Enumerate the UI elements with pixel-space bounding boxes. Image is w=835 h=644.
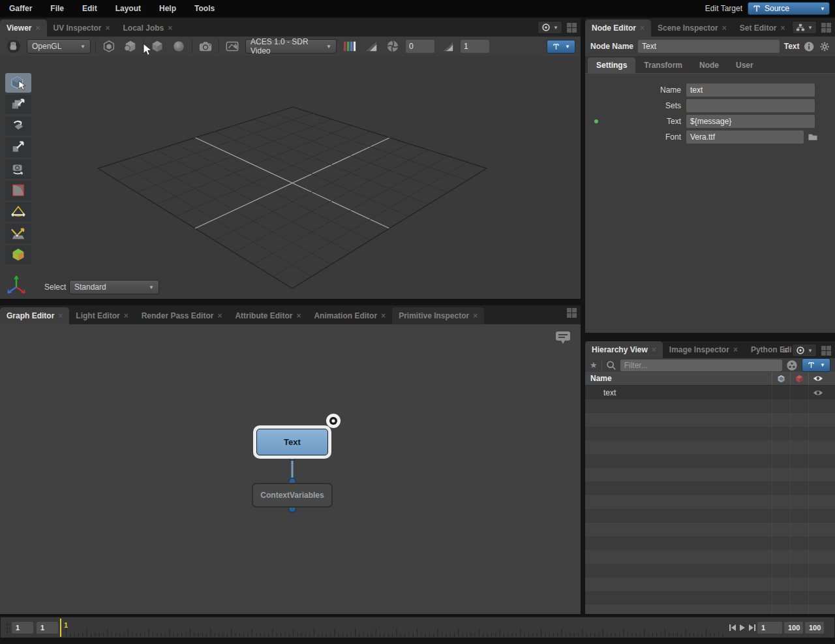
play-icon[interactable]: [740, 624, 745, 631]
folder-icon[interactable]: [808, 132, 818, 142]
bookmarks-star-icon[interactable]: ★: [590, 360, 598, 370]
menu-file[interactable]: File: [41, 4, 73, 13]
hierarchy-pin-node-button[interactable]: ▼: [802, 358, 830, 372]
select-mode-dropdown[interactable]: Standard ▼: [69, 280, 159, 294]
close-icon[interactable]: ×: [733, 341, 738, 358]
layout-grid-icon[interactable]: [567, 23, 577, 33]
frame-range-soft-end-field[interactable]: 100: [784, 622, 803, 634]
tab-render-pass-editor[interactable]: Render Pass Editor ×: [135, 307, 229, 324]
close-icon[interactable]: ×: [58, 307, 63, 324]
column-exclusions-header[interactable]: [790, 372, 808, 385]
tab-set-editor[interactable]: Set Editor ×: [733, 20, 792, 37]
text-field[interactable]: ${message}: [686, 115, 815, 128]
node-contextvariables[interactable]: ContextVariables: [252, 483, 333, 508]
frame-range-end-field[interactable]: 100: [805, 622, 824, 634]
section-tab-user[interactable]: User: [727, 57, 762, 73]
timeline-playhead[interactable]: [60, 619, 61, 637]
tab-scene-inspector[interactable]: Scene Inspector ×: [651, 20, 733, 37]
pan-hand-icon[interactable]: [5, 38, 22, 54]
section-tab-node[interactable]: Node: [691, 57, 727, 73]
translate-tool-button[interactable]: [5, 95, 31, 114]
current-frame-field[interactable]: 1: [757, 622, 782, 634]
column-visibility-header[interactable]: [808, 372, 827, 385]
light-translate-tool-button[interactable]: [5, 202, 31, 222]
name-field[interactable]: text: [686, 84, 815, 97]
menu-help[interactable]: Help: [150, 4, 185, 13]
select-tool-button[interactable]: [5, 73, 31, 93]
channel-rgba-icon[interactable]: [341, 38, 358, 54]
tab-node-editor[interactable]: Node Editor ×: [585, 20, 651, 37]
hierarchy-focus-menu-button[interactable]: ▼: [792, 344, 817, 357]
scale-tool-button[interactable]: [5, 138, 31, 157]
tab-attribute-editor[interactable]: Attribute Editor ×: [228, 307, 307, 324]
viewer-pin-node-button[interactable]: ▼: [547, 40, 575, 54]
layout-grid-icon[interactable]: [567, 308, 577, 318]
node-text-selected[interactable]: Text: [253, 425, 331, 459]
crop-window-tool-button[interactable]: [5, 181, 31, 200]
tab-hierarchy-view[interactable]: Hierarchy View ×: [585, 341, 663, 358]
menu-tools[interactable]: Tools: [185, 4, 224, 13]
tab-graph-editor[interactable]: Graph Editor ×: [0, 307, 69, 324]
section-tab-settings[interactable]: Settings: [588, 57, 635, 73]
input-connection-dot[interactable]: [594, 119, 598, 123]
close-icon[interactable]: ×: [381, 307, 386, 324]
sets-filter-icon[interactable]: [786, 360, 798, 371]
close-icon[interactable]: ×: [106, 20, 110, 37]
frame-range-soft-start-field[interactable]: 1: [37, 622, 58, 634]
node-name-field[interactable]: Text: [638, 40, 780, 53]
tab-local-jobs[interactable]: Local Jobs ×: [117, 20, 179, 37]
hierarchy-row-text[interactable]: text: [585, 386, 835, 399]
exposure-field[interactable]: 0: [406, 40, 434, 53]
tab-image-inspector[interactable]: Image Inspector ×: [663, 341, 744, 358]
row-exclusions-cell[interactable]: [790, 386, 808, 399]
close-icon[interactable]: ×: [780, 20, 785, 37]
tab-menu-hamburger-icon[interactable]: ≡: [782, 345, 787, 356]
close-icon[interactable]: ×: [168, 20, 172, 37]
shutter-aperture-icon[interactable]: [384, 38, 401, 54]
camera-settings-icon[interactable]: [197, 38, 214, 54]
tab-primitive-inspector[interactable]: Primitive Inspector ×: [392, 307, 484, 324]
row-inclusions-cell[interactable]: [772, 386, 790, 399]
geometry-tool-button[interactable]: [5, 245, 31, 265]
rotate-tool-button[interactable]: [5, 116, 31, 136]
row-visibility-cell[interactable]: [808, 386, 827, 399]
close-icon[interactable]: ×: [640, 20, 645, 37]
viewer-viewport[interactable]: Select Standard ▼: [0, 56, 581, 299]
skip-to-end-icon[interactable]: [749, 624, 755, 631]
close-icon[interactable]: ×: [124, 307, 129, 324]
shading-mode-cube-icon[interactable]: [149, 38, 166, 54]
display-transform-dropdown[interactable]: ACES 1.0 - SDR Video ▼: [245, 39, 337, 54]
viewer-focus-menu-button[interactable]: ▼: [538, 21, 562, 34]
layout-grid-icon[interactable]: [821, 23, 831, 33]
tab-animation-editor[interactable]: Animation Editor ×: [307, 307, 392, 324]
exposure-icon[interactable]: [363, 38, 380, 54]
node-text-body[interactable]: Text: [256, 429, 328, 455]
menu-gaffer[interactable]: Gaffer: [0, 4, 41, 13]
close-icon[interactable]: ×: [217, 307, 222, 324]
tab-light-editor[interactable]: Light Editor ×: [69, 307, 134, 324]
tab-viewer[interactable]: Viewer ×: [0, 20, 47, 37]
close-icon[interactable]: ×: [722, 20, 727, 37]
section-tab-transform[interactable]: Transform: [635, 57, 691, 73]
render-pass-display-icon[interactable]: [224, 38, 241, 54]
renderer-dropdown[interactable]: OpenGL ▼: [27, 39, 91, 54]
tab-uv-inspector[interactable]: UV Inspector ×: [47, 20, 117, 37]
column-name-header[interactable]: Name: [585, 374, 772, 383]
drag-handle[interactable]: [6, 622, 10, 633]
gamma-icon[interactable]: [439, 38, 456, 54]
menu-layout[interactable]: Layout: [106, 4, 150, 13]
gamma-field[interactable]: 1: [461, 40, 489, 53]
skip-to-start-icon[interactable]: [729, 624, 736, 631]
info-icon[interactable]: [804, 41, 814, 52]
drawing-mode-icon[interactable]: [100, 38, 117, 54]
timeline-ruler[interactable]: [66, 628, 726, 637]
light-aim-tool-button[interactable]: [5, 224, 31, 243]
layout-grid-icon[interactable]: [821, 346, 831, 356]
gear-icon[interactable]: [819, 41, 830, 52]
shading-sphere-icon[interactable]: [170, 38, 187, 54]
frame-range-start-field[interactable]: 1: [12, 622, 33, 634]
font-field[interactable]: Vera.ttf: [686, 130, 804, 144]
filter-input[interactable]: [620, 360, 782, 371]
camera-tool-button[interactable]: [5, 159, 31, 179]
selection-mask-icon[interactable]: [122, 38, 139, 54]
